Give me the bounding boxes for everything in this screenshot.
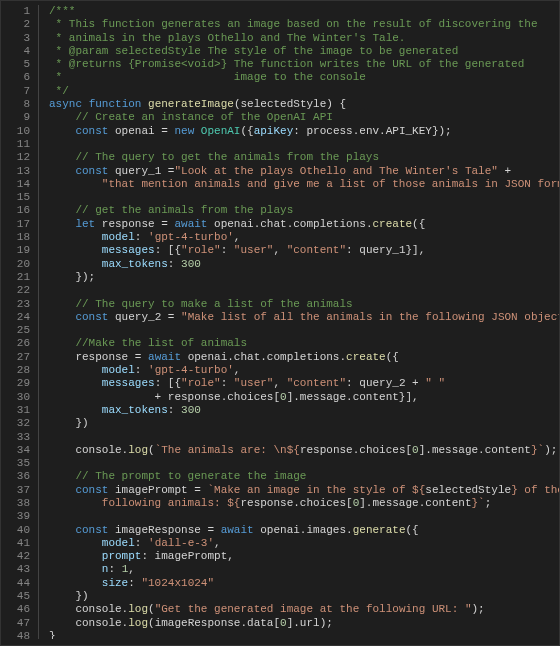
line-number: 22 — [1, 284, 30, 297]
line-number: 9 — [1, 111, 30, 124]
code-line[interactable]: size: "1024x1024" — [49, 577, 559, 590]
code-line[interactable]: // The prompt to generate the image — [49, 470, 559, 483]
code-line[interactable]: // get the animals from the plays — [49, 204, 559, 217]
line-number: 37 — [1, 484, 30, 497]
code-line[interactable]: model: 'dall-e-3', — [49, 537, 559, 550]
code-line[interactable]: * animals in the plays Othello and The W… — [49, 32, 559, 45]
code-line[interactable]: messages: [{"role": "user", "content": q… — [49, 377, 559, 390]
code-line[interactable]: // The query to get the animals from the… — [49, 151, 559, 164]
line-number: 8 — [1, 98, 30, 111]
code-line[interactable]: const imagePrompt = `Make an image in th… — [49, 484, 559, 497]
line-number: 32 — [1, 417, 30, 430]
code-line[interactable]: * This function generates an image based… — [49, 18, 559, 31]
code-line[interactable]: const query_1 ="Look at the plays Othell… — [49, 165, 559, 178]
code-line[interactable]: messages: [{"role": "user", "content": q… — [49, 244, 559, 257]
code-line[interactable]: * image to the console — [49, 71, 559, 84]
line-number: 46 — [1, 603, 30, 616]
code-line[interactable]: * @returns {Promise<void>} The function … — [49, 58, 559, 71]
line-number: 27 — [1, 351, 30, 364]
code-line[interactable]: */ — [49, 85, 559, 98]
code-editor[interactable]: 1234567891011121314151617181920212223242… — [0, 0, 560, 646]
line-number: 31 — [1, 404, 30, 417]
line-number: 38 — [1, 497, 30, 510]
line-number: 6 — [1, 71, 30, 84]
code-line[interactable]: n: 1, — [49, 563, 559, 576]
line-number: 39 — [1, 510, 30, 523]
code-line[interactable]: }) — [49, 590, 559, 603]
code-line[interactable]: const query_2 = "Make list of all the an… — [49, 311, 559, 324]
line-number: 33 — [1, 431, 30, 444]
code-line[interactable] — [49, 284, 559, 297]
line-number: 12 — [1, 151, 30, 164]
line-number: 43 — [1, 563, 30, 576]
line-number: 15 — [1, 191, 30, 204]
line-number: 29 — [1, 377, 30, 390]
code-content[interactable]: /*** * This function generates an image … — [39, 5, 559, 639]
line-number: 4 — [1, 45, 30, 58]
line-number: 19 — [1, 244, 30, 257]
code-line[interactable]: //Make the list of animals — [49, 337, 559, 350]
line-number: 23 — [1, 298, 30, 311]
code-line[interactable]: const imageResponse = await openai.image… — [49, 524, 559, 537]
code-line[interactable]: model: 'gpt-4-turbo', — [49, 364, 559, 377]
code-line[interactable]: response = await openai.chat.completions… — [49, 351, 559, 364]
line-number: 45 — [1, 590, 30, 603]
line-number: 17 — [1, 218, 30, 231]
code-line[interactable]: max_tokens: 300 — [49, 404, 559, 417]
code-line[interactable]: + response.choices[0].message.content}], — [49, 391, 559, 404]
line-number: 10 — [1, 125, 30, 138]
code-line[interactable] — [49, 191, 559, 204]
code-line[interactable]: model: 'gpt-4-turbo', — [49, 231, 559, 244]
line-number: 11 — [1, 138, 30, 151]
line-number: 41 — [1, 537, 30, 550]
line-number: 42 — [1, 550, 30, 563]
code-line[interactable]: // Create an instance of the OpenAI API — [49, 111, 559, 124]
line-number: 34 — [1, 444, 30, 457]
line-number: 24 — [1, 311, 30, 324]
line-number: 14 — [1, 178, 30, 191]
code-line[interactable] — [49, 510, 559, 523]
line-number: 47 — [1, 617, 30, 630]
code-line[interactable] — [49, 138, 559, 151]
line-number: 5 — [1, 58, 30, 71]
line-number: 20 — [1, 258, 30, 271]
code-line[interactable]: following animals: ${response.choices[0]… — [49, 497, 559, 510]
code-line[interactable]: async function generateImage(selectedSty… — [49, 98, 559, 111]
line-number: 28 — [1, 364, 30, 377]
line-number: 26 — [1, 337, 30, 350]
line-number: 3 — [1, 32, 30, 45]
line-number: 25 — [1, 324, 30, 337]
code-line[interactable]: max_tokens: 300 — [49, 258, 559, 271]
code-line[interactable] — [49, 324, 559, 337]
line-number: 44 — [1, 577, 30, 590]
code-line[interactable]: console.log(`The animals are: \n${respon… — [49, 444, 559, 457]
code-line[interactable]: }) — [49, 417, 559, 430]
line-number: 21 — [1, 271, 30, 284]
code-line[interactable]: console.log(imageResponse.data[0].url); — [49, 617, 559, 630]
code-line[interactable] — [49, 431, 559, 444]
line-number: 16 — [1, 204, 30, 217]
code-line[interactable]: let response = await openai.chat.complet… — [49, 218, 559, 231]
code-line[interactable]: // The query to make a list of the anima… — [49, 298, 559, 311]
line-number: 48 — [1, 630, 30, 643]
code-line[interactable]: const openai = new OpenAI({apiKey: proce… — [49, 125, 559, 138]
line-number-gutter: 1234567891011121314151617181920212223242… — [1, 5, 39, 639]
line-number: 2 — [1, 18, 30, 31]
line-number: 13 — [1, 165, 30, 178]
line-number: 35 — [1, 457, 30, 470]
code-line[interactable]: prompt: imagePrompt, — [49, 550, 559, 563]
line-number: 1 — [1, 5, 30, 18]
line-number: 40 — [1, 524, 30, 537]
line-number: 18 — [1, 231, 30, 244]
code-line[interactable]: * @param selectedStyle The style of the … — [49, 45, 559, 58]
code-line[interactable]: } — [49, 630, 559, 639]
code-line[interactable] — [49, 457, 559, 470]
code-line[interactable]: }); — [49, 271, 559, 284]
code-line[interactable]: "that mention animals and give me a list… — [49, 178, 559, 191]
code-line[interactable]: console.log("Get the generated image at … — [49, 603, 559, 616]
code-line[interactable]: /*** — [49, 5, 559, 18]
line-number: 30 — [1, 391, 30, 404]
line-number: 36 — [1, 470, 30, 483]
line-number: 7 — [1, 85, 30, 98]
